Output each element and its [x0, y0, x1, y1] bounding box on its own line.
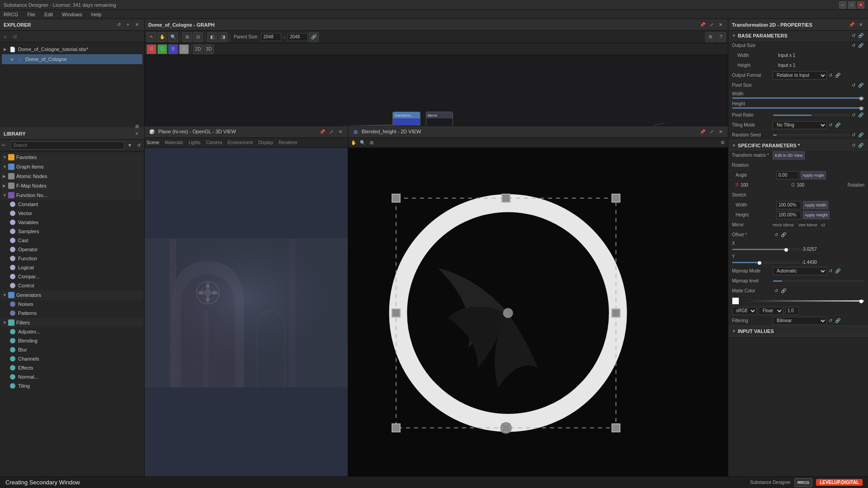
filtering-select[interactable]: Bilinear [773, 317, 827, 325]
tiling-mode-link[interactable]: 🔗 [834, 122, 841, 129]
explorer-refresh-icon[interactable]: ↺ [115, 21, 123, 28]
menu-file[interactable]: File [25, 12, 37, 17]
output-size-reset[interactable]: ↺ [850, 42, 857, 49]
lib-item-cast[interactable]: Cast [1, 236, 143, 245]
lib-category-header-function-no[interactable]: ▼ Function No... [1, 191, 143, 200]
graph-preview-toggle[interactable]: ◨ [218, 32, 228, 42]
lib-item-blending[interactable]: Blending [1, 336, 143, 345]
matte-color-mode-select[interactable]: sRGB [732, 307, 757, 315]
view3d-tab-display[interactable]: Display [258, 140, 273, 145]
mipmap-link[interactable]: 🔗 [834, 267, 841, 275]
library-filter-icon[interactable]: ▼ [126, 142, 133, 149]
lib-category-header-filters[interactable]: ▼ Filters [1, 318, 143, 327]
minimize-button[interactable]: ─ [839, 1, 846, 9]
lib-item-compare[interactable]: Compar... [1, 272, 143, 281]
graph-help-icon[interactable]: ? [716, 32, 726, 42]
graph-node-1[interactable]: Transform... [392, 112, 420, 126]
view2d-pin-icon[interactable]: 📌 [699, 128, 706, 135]
offset-reset[interactable]: ↺ [773, 231, 780, 239]
lib-item-tiling[interactable]: Tiling [1, 381, 143, 390]
pixel-ratio-link[interactable]: 🔗 [857, 112, 864, 119]
graph-tool-pan[interactable]: ✋ [157, 32, 167, 42]
graph-parent-link[interactable]: 🔗 [309, 32, 319, 42]
graph-view-toggle[interactable]: ◧ [207, 32, 217, 42]
specific-params-link-icon[interactable]: 🔗 [857, 142, 864, 149]
tiling-mode-reset[interactable]: ↺ [827, 122, 834, 129]
lib-category-header-graph-items[interactable]: ▼ Graph Items [1, 162, 143, 171]
mipmap-reset[interactable]: ↺ [827, 267, 834, 275]
view3d-canvas[interactable] [145, 148, 348, 478]
pixel-size-reset[interactable]: ↺ [850, 82, 857, 89]
filtering-reset[interactable]: ↺ [827, 317, 834, 324]
apply-width-button[interactable]: Apply Width [803, 201, 828, 209]
filtering-link[interactable]: 🔗 [834, 317, 841, 324]
lib-item-noises[interactable]: Noises [1, 300, 143, 309]
view2d-tool-zoom[interactable]: 🔍 [359, 139, 366, 146]
random-seed-slider[interactable] [773, 134, 850, 136]
graph-tool-align[interactable]: ⊟ [193, 32, 203, 42]
lib-item-blur[interactable]: Blur [1, 345, 143, 354]
tree-item-graph[interactable]: ▶ ◇ Dome_of_Cologne [2, 54, 142, 64]
view2d-settings-icon[interactable]: ⚙ [719, 139, 726, 146]
matte-color-link[interactable]: 🔗 [780, 287, 787, 295]
graph-node-2[interactable]: Blend [426, 112, 453, 126]
graph-maximize-icon[interactable]: ⤢ [708, 21, 715, 28]
output-format-reset[interactable]: ↺ [827, 72, 834, 79]
lib-category-header-favorites[interactable]: ▼ Favorites [1, 153, 143, 162]
tiling-mode-select[interactable]: No Tiling [773, 121, 827, 129]
lib-item-channels[interactable]: Channels [1, 354, 143, 363]
pixel-width-slider[interactable] [732, 97, 864, 99]
menu-edit[interactable]: Edit [42, 12, 55, 17]
lib-item-vector[interactable]: Vector [1, 209, 143, 218]
explorer-add-icon[interactable]: + [124, 21, 132, 28]
lib-item-constant[interactable]: Constant [1, 200, 143, 209]
offset-link[interactable]: 🔗 [780, 231, 787, 239]
view3d-pin-icon[interactable]: 📌 [319, 128, 326, 135]
graph-tool-frame[interactable]: ⊞ [182, 32, 192, 42]
pixel-size-link[interactable]: 🔗 [857, 82, 864, 89]
matte-color-gradient-slider[interactable] [741, 300, 864, 302]
graph-color-b[interactable]: B [168, 44, 178, 54]
props-close-icon[interactable]: ✕ [857, 21, 864, 28]
lib-item-effects[interactable]: Effects [1, 363, 143, 372]
props-pin-icon[interactable]: 📌 [848, 21, 855, 28]
parent-size-h[interactable] [288, 33, 308, 41]
lib-category-header-fxmap-nodes[interactable]: ▶ F-Map Nodes [1, 181, 143, 190]
pixel-ratio-reset[interactable]: ↺ [850, 112, 857, 119]
explorer-home-icon[interactable]: ⌂ [2, 33, 9, 40]
lib-item-samplers[interactable]: Samplers [1, 227, 143, 236]
library-list-icon[interactable]: ≡ [133, 130, 141, 137]
lib-item-operator[interactable]: Operator [1, 245, 143, 254]
graph-tool-zoom[interactable]: 🔍 [168, 32, 178, 42]
view3d-tab-scene[interactable]: Scene [146, 140, 159, 145]
lib-category-header-atomic-nodes[interactable]: ▶ Atomic Nodes [1, 172, 143, 181]
output-format-select[interactable]: Relative to Input [773, 71, 827, 80]
matte-color-reset[interactable]: ↺ [773, 287, 780, 295]
parent-size-w[interactable] [261, 33, 281, 41]
input-values-header[interactable]: ▼ INPUT VALUES [728, 326, 868, 336]
view3d-maximize-icon[interactable]: ⤢ [328, 128, 335, 135]
lib-item-variables[interactable]: Variables [1, 218, 143, 227]
library-refresh-icon[interactable]: ↺ [135, 142, 142, 149]
view3d-tab-renderer[interactable]: Renderer [278, 140, 297, 145]
view2d-tool-fit[interactable]: ⊞ [368, 139, 375, 146]
mipmap-level-slider[interactable] [773, 280, 864, 282]
matte-color-swatch[interactable] [732, 297, 739, 305]
menu-windows[interactable]: Windows [60, 12, 84, 17]
view3d-close-icon[interactable]: ✕ [337, 128, 344, 135]
view2d-close-icon[interactable]: ✕ [717, 128, 724, 135]
menu-help[interactable]: Help [90, 12, 104, 17]
apply-angle-button[interactable]: Apply Angle [801, 171, 826, 179]
offset-x-slider[interactable] [732, 249, 800, 250]
library-brush-icon[interactable] [2, 142, 9, 149]
specific-params-reset-icon[interactable]: ↺ [850, 142, 857, 149]
lib-item-function[interactable]: Function [1, 254, 143, 263]
base-params-link-icon[interactable]: 🔗 [857, 32, 864, 39]
graph-tool-select[interactable]: ↖ [146, 32, 156, 42]
lib-item-patterns[interactable]: Patterns [1, 309, 143, 318]
graph-close-icon[interactable]: ✕ [717, 21, 724, 28]
random-seed-reset[interactable]: ↺ [850, 131, 857, 139]
graph-canvas[interactable]: Transform... Blend Blend 1594x2048 - L1A [145, 55, 728, 126]
explorer-back-icon[interactable]: ◁ [11, 33, 18, 40]
matte-float-select[interactable]: Float [759, 307, 783, 315]
